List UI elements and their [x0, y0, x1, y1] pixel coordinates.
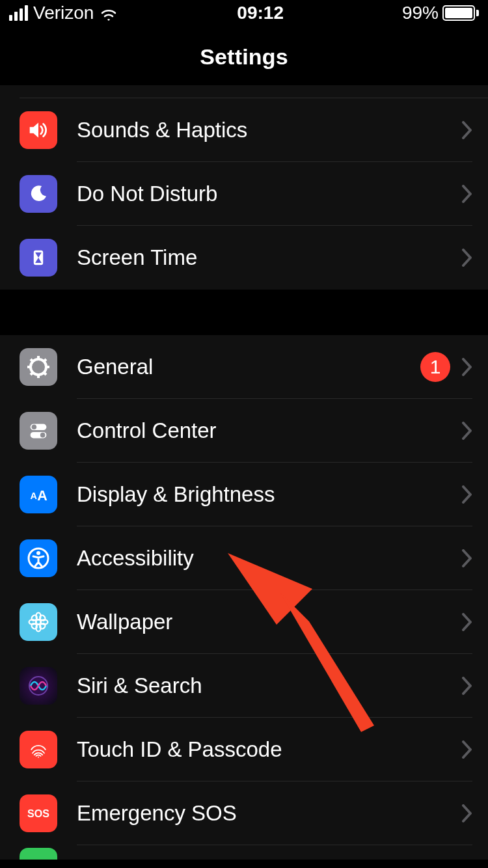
row-emergency-sos[interactable]: SOS Emergency SOS — [0, 781, 488, 845]
row-general[interactable]: General 1 — [0, 335, 488, 399]
row-label: Control Center — [77, 418, 462, 443]
row-label: Wallpaper — [77, 610, 462, 634]
status-right: 99% — [402, 3, 479, 23]
toggles-icon — [20, 412, 57, 450]
row-wallpaper[interactable]: Wallpaper — [0, 590, 488, 654]
siri-icon — [20, 667, 57, 705]
settings-list: Sounds & Haptics Do Not Disturb — [0, 85, 488, 860]
group-spacer — [0, 290, 488, 335]
flower-icon — [20, 603, 57, 641]
row-label: Touch ID & Passcode — [77, 737, 462, 762]
svg-text:A: A — [30, 491, 37, 501]
svg-text:SOS: SOS — [27, 808, 49, 819]
signal-icon — [9, 5, 28, 21]
svg-line-7 — [44, 372, 46, 375]
status-left: Verizon — [9, 3, 118, 23]
chevron-right-icon — [462, 185, 472, 203]
wifi-icon — [99, 6, 118, 20]
row-label: Siri & Search — [77, 673, 462, 698]
chevron-right-icon — [462, 358, 472, 376]
row-label: General — [77, 355, 420, 379]
battery-percent: 99% — [402, 3, 439, 23]
row-do-not-disturb[interactable]: Do Not Disturb — [0, 162, 488, 226]
partial-icon — [20, 848, 57, 860]
moon-icon — [20, 175, 57, 213]
row-sounds-haptics[interactable]: Sounds & Haptics — [0, 98, 488, 162]
row-display-brightness[interactable]: A A Display & Brightness — [0, 463, 488, 526]
partial-row-bottom — [0, 845, 488, 860]
fingerprint-icon — [20, 731, 57, 768]
row-label: Sounds & Haptics — [77, 118, 462, 142]
chevron-right-icon — [462, 549, 472, 567]
chevron-right-icon — [462, 804, 472, 822]
text-size-icon: A A — [20, 476, 57, 513]
row-screen-time[interactable]: Screen Time — [0, 226, 488, 290]
gear-icon — [20, 348, 57, 386]
svg-point-12 — [32, 425, 37, 430]
chevron-right-icon — [462, 422, 472, 440]
chevron-right-icon — [462, 121, 472, 139]
sos-icon: SOS — [20, 794, 57, 832]
notification-badge: 1 — [420, 352, 450, 382]
row-siri-search[interactable]: Siri & Search — [0, 654, 488, 718]
status-time: 09:12 — [237, 3, 284, 23]
battery-icon — [442, 5, 479, 21]
partial-row-top — [20, 85, 488, 98]
carrier-label: Verizon — [33, 3, 94, 23]
row-label: Display & Brightness — [77, 482, 462, 507]
row-touch-id-passcode[interactable]: Touch ID & Passcode — [0, 718, 488, 781]
chevron-right-icon — [462, 485, 472, 504]
page-title: Settings — [0, 26, 488, 85]
svg-line-6 — [31, 359, 33, 362]
svg-point-10 — [35, 364, 42, 370]
speaker-icon — [20, 111, 57, 149]
status-bar: Verizon 09:12 99% — [0, 0, 488, 26]
chevron-right-icon — [462, 613, 472, 631]
row-label: Accessibility — [77, 546, 462, 571]
svg-line-9 — [31, 372, 33, 375]
svg-line-8 — [44, 359, 46, 362]
row-label: Emergency SOS — [77, 801, 462, 826]
row-accessibility[interactable]: Accessibility — [0, 526, 488, 590]
chevron-right-icon — [462, 677, 472, 695]
chevron-right-icon — [462, 249, 472, 267]
svg-point-14 — [40, 433, 46, 438]
svg-point-18 — [36, 551, 40, 555]
row-control-center[interactable]: Control Center — [0, 399, 488, 463]
row-label: Screen Time — [77, 245, 462, 270]
svg-text:A: A — [37, 487, 47, 504]
settings-group-1: Sounds & Haptics Do Not Disturb — [0, 98, 488, 290]
accessibility-icon — [20, 539, 57, 577]
hourglass-icon — [20, 239, 57, 277]
chevron-right-icon — [462, 740, 472, 759]
row-label: Do Not Disturb — [77, 182, 462, 206]
settings-group-2: General 1 Control Center — [0, 335, 488, 860]
